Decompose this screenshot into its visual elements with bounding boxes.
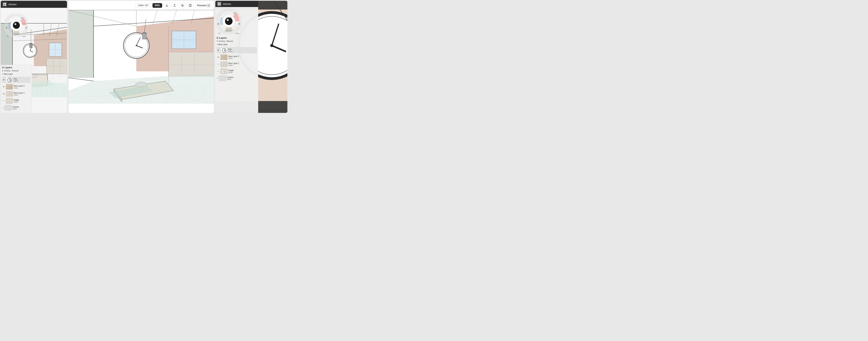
svg-point-74	[210, 6, 210, 7]
layer-info-image: Image 100%	[13, 99, 19, 103]
precision-label: Precision	[197, 4, 207, 7]
radial-tool-right[interactable]: = 4.4 pts 6.6 0% 100%	[216, 8, 242, 34]
zoom-display: 149% ↺0°	[135, 3, 151, 8]
right-layer-info-1: New Layer 1 100%	[228, 62, 239, 66]
right-layer-opacity-pen: 100%	[228, 51, 233, 52]
layer-name-pen: Pen	[13, 78, 18, 80]
svg-point-71	[210, 5, 210, 6]
layers-panel-left: ☰ Layers ⇅ Sorting | Manual + New Layer …	[1, 65, 32, 113]
drag-icon-custom[interactable]: ⠿	[2, 107, 4, 109]
svg-rect-140	[218, 4, 219, 5]
sorting-label-left: Sorting	[4, 70, 10, 72]
precision-button[interactable]: Precision	[195, 3, 212, 8]
right-manual-label: Manual	[226, 40, 233, 42]
app-menu-button[interactable]	[2, 2, 7, 7]
sorting-row-left: ⇅ Sorting | Manual	[2, 70, 31, 72]
right-layer-item-1[interactable]: 👁 New Layer 1 100%	[217, 61, 257, 67]
right-layer-thumb-image	[220, 68, 227, 74]
layer-item-custom[interactable]: ⠿ Custom 100%	[2, 105, 31, 111]
svg-rect-107	[142, 33, 147, 39]
right-eye-icon-image[interactable]: 👁	[217, 70, 220, 72]
layer-info-custom: Custom 100%	[12, 106, 19, 110]
layer-opacity-1: 100%	[13, 94, 25, 96]
layer-info-1: New Layer 1 100%	[13, 92, 25, 96]
right-layer-item-2[interactable]: 👁 New Layer 2 100%	[217, 54, 257, 60]
svg-text:100%: 100%	[22, 36, 26, 37]
eye-icon-pen[interactable]: 👁	[2, 79, 5, 81]
right-layer-name-custom: Custom	[227, 76, 234, 79]
new-layer-button-left[interactable]: + New Layer	[2, 72, 13, 75]
svg-point-7	[14, 23, 17, 25]
left-panel: kitchen = 4.4 pts	[1, 1, 67, 113]
right-overlay-panel: kitchen = 4.4 pts 6.6 0% 100%	[215, 1, 258, 113]
rotation-value: ↺0°	[145, 4, 149, 7]
download-button[interactable]	[164, 2, 170, 8]
main-kitchen-svg	[68, 1, 214, 113]
svg-rect-1	[5, 3, 6, 4]
layer-name-1: New Layer 1	[13, 92, 25, 94]
right-panel: kitchen = 4.4 pts 6.6 0% 100%	[215, 1, 287, 113]
svg-rect-139	[219, 3, 221, 4]
settings-button[interactable]	[179, 2, 186, 8]
layer-item-image[interactable]: 👁 Image 100%	[2, 98, 31, 104]
help-button[interactable]	[187, 2, 193, 8]
right-layer-info-pen: Pen 100%	[228, 48, 233, 52]
left-canvas-area[interactable]: = 4.4 pts 6.6 0% 100%	[1, 8, 67, 113]
right-layer-item-custom[interactable]: ⠿ Custom 100%	[217, 75, 257, 81]
right-layer-opacity-1: 100%	[228, 64, 239, 66]
layer-opacity-2: 100%	[13, 87, 25, 89]
layer-item-1[interactable]: 👁 New Layer 1 100%	[2, 91, 31, 97]
layer-thumb-pen	[6, 77, 13, 83]
svg-text:0%: 0%	[7, 36, 8, 37]
right-layer-thumb-2	[220, 55, 227, 60]
svg-rect-2	[3, 4, 4, 6]
right-layer-info-image: Image 100%	[228, 69, 234, 73]
right-eye-icon-pen[interactable]: 👁	[217, 49, 220, 52]
layer-item-pen[interactable]: 👁 Pen 100%	[2, 77, 31, 83]
main-canvas[interactable]: 149% ↺0° PRO Pr	[68, 1, 214, 113]
svg-point-67	[209, 4, 209, 5]
svg-point-69	[208, 5, 208, 6]
svg-rect-3	[5, 4, 6, 6]
svg-point-144	[225, 18, 233, 25]
main-toolbar: 149% ↺0° PRO Pr	[135, 2, 212, 8]
right-layer-thumb-1	[220, 62, 227, 67]
right-layer-name-1: New Layer 1	[228, 62, 239, 64]
upload-button[interactable]	[172, 2, 178, 8]
layer-info-pen: Pen 100%	[13, 78, 18, 82]
right-drag-icon-custom[interactable]: ⠿	[217, 77, 218, 80]
layer-opacity-pen: 100%	[13, 80, 18, 82]
layer-item-2[interactable]: 👁 New Layer 2 100%	[2, 84, 31, 90]
right-eye-icon-2[interactable]: 👁	[217, 56, 220, 59]
eye-icon-2[interactable]: 👁	[2, 86, 5, 88]
zoom-value: 149%	[138, 4, 144, 7]
manual-label-left: Manual	[12, 70, 18, 72]
right-topbar: kitchen	[215, 1, 258, 7]
svg-point-63	[182, 5, 183, 6]
svg-rect-111	[168, 52, 214, 76]
eye-icon-image[interactable]: 👁	[2, 99, 5, 102]
right-eye-icon-1[interactable]: 👁	[217, 63, 220, 66]
right-radial-container[interactable]: = 4.4 pts 6.6 0% 100%	[215, 7, 258, 35]
svg-point-73	[209, 6, 209, 7]
right-layer-info-custom: Custom 100%	[227, 76, 234, 81]
right-layer-name-2: New Layer 2	[228, 55, 239, 57]
svg-text:6.6: 6.6	[21, 17, 23, 19]
right-layers-header: ☰ Layers	[217, 37, 257, 39]
right-layer-info-2: New Layer 2 100%	[228, 55, 239, 59]
right-layer-name-image: Image	[228, 69, 234, 71]
svg-rect-85	[68, 10, 93, 78]
right-app-menu-button[interactable]	[217, 2, 222, 6]
right-layer-item-pen[interactable]: 👁 Pen 100%	[217, 47, 257, 53]
eye-icon-1[interactable]: 👁	[2, 92, 5, 95]
svg-line-81	[152, 10, 157, 26]
radial-tool-left[interactable]: = 4.4 pts 6.6 0% 100%	[5, 13, 28, 37]
right-layer-opacity-custom: 100%	[227, 79, 234, 81]
svg-point-70	[209, 5, 209, 6]
right-sorting-label: Sorting	[219, 40, 225, 42]
svg-text:0%: 0%	[218, 32, 220, 34]
left-app-title: kitchen	[8, 3, 17, 6]
right-new-layer-button[interactable]: + New Layer	[217, 43, 227, 46]
pro-button[interactable]: PRO	[152, 3, 162, 8]
right-layer-item-image[interactable]: 👁 Image 100%	[217, 68, 257, 74]
